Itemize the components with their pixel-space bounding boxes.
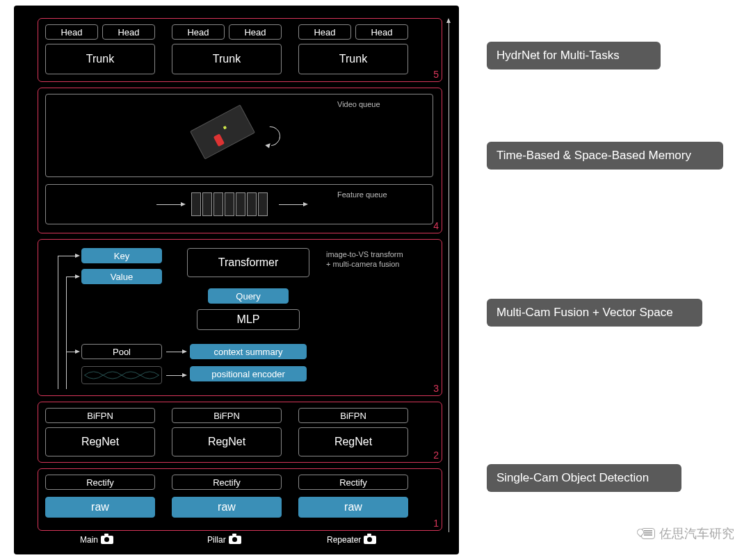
arrow-icon bbox=[279, 204, 304, 205]
camera-name: Main bbox=[80, 535, 98, 545]
arrow-icon bbox=[58, 256, 76, 256]
regnet-box: RegNet bbox=[172, 427, 282, 456]
stage-number: 2 bbox=[433, 450, 439, 461]
stage3-caption: image-to-VS transform + multi-camera fus… bbox=[326, 249, 430, 270]
watermark: 佐思汽车研究 bbox=[641, 525, 734, 542]
car-icon bbox=[213, 133, 225, 147]
stage-number: 1 bbox=[433, 518, 439, 529]
transformer-box: Transformer bbox=[187, 248, 309, 277]
bifpn-box: BiFPN bbox=[172, 408, 282, 423]
trunk-box: Trunk bbox=[45, 44, 155, 74]
context-summary-box: context summary bbox=[190, 344, 307, 359]
label-hydrnet: HydrNet for Multi-Tasks bbox=[487, 42, 661, 69]
camera-label-repeater: Repeater bbox=[327, 535, 376, 545]
stage-2: 2 BiFPN RegNet BiFPN RegNet BiFPN RegNet bbox=[38, 402, 442, 463]
value-box: Value bbox=[81, 269, 162, 284]
rectify-box: Rectify bbox=[298, 475, 408, 490]
rectify-box: Rectify bbox=[172, 475, 282, 490]
mlp-box: MLP bbox=[197, 309, 300, 330]
head-box: Head bbox=[298, 24, 351, 40]
connector bbox=[66, 277, 67, 389]
head-box: Head bbox=[102, 24, 155, 40]
arrow-icon bbox=[156, 204, 181, 205]
camera-label-main: Main bbox=[80, 535, 113, 545]
trunk-box: Trunk bbox=[172, 44, 282, 74]
head-box: Head bbox=[45, 24, 98, 40]
rectify-box: Rectify bbox=[45, 475, 155, 490]
watermark-text: 佐思汽车研究 bbox=[659, 525, 734, 542]
regnet-box: RegNet bbox=[298, 427, 408, 456]
pool-box: Pool bbox=[81, 344, 162, 359]
stage-5: 5 Head Head Trunk Head Head Trunk Head H… bbox=[38, 18, 442, 82]
raw-box: raw bbox=[172, 497, 282, 518]
arrow-icon bbox=[66, 352, 76, 352]
stage-number: 4 bbox=[433, 220, 439, 231]
camera-icon bbox=[229, 536, 241, 544]
bifpn-box: BiFPN bbox=[298, 408, 408, 423]
feature-queue-label: Feature queue bbox=[337, 190, 387, 199]
query-box: Query bbox=[208, 288, 289, 304]
head-box: Head bbox=[229, 24, 282, 40]
camera-name: Repeater bbox=[327, 535, 361, 545]
architecture-diagram: 5 Head Head Trunk Head Head Trunk Head H… bbox=[14, 6, 459, 554]
regnet-box: RegNet bbox=[45, 427, 155, 456]
queue-slots bbox=[191, 192, 268, 216]
wave-box bbox=[81, 366, 162, 384]
camera-name: Pillar bbox=[207, 535, 226, 545]
arrow-icon bbox=[66, 277, 76, 277]
camera-icon bbox=[101, 536, 113, 544]
camera-label-pillar: Pillar bbox=[207, 535, 241, 545]
key-box: Key bbox=[81, 248, 162, 263]
raw-box: raw bbox=[298, 497, 408, 518]
head-box: Head bbox=[355, 24, 408, 40]
positional-encoder-box: positional encoder bbox=[190, 366, 307, 381]
label-fusion: Multi-Cam Fusion + Vector Space bbox=[487, 299, 702, 327]
arrow-icon bbox=[166, 375, 183, 376]
stage-1: 1 Rectify raw Rectify raw Rectify raw bbox=[38, 468, 442, 531]
stage-3: 3 Key Value Pool Transformer Query MLP c… bbox=[38, 239, 442, 396]
arrow-icon bbox=[166, 352, 183, 352]
flow-arrow-up bbox=[449, 22, 449, 532]
stage-number: 5 bbox=[433, 69, 439, 80]
stage-4: 4 Video queue Feature queue bbox=[38, 88, 442, 233]
wechat-icon bbox=[641, 528, 655, 539]
raw-box: raw bbox=[45, 497, 155, 518]
video-queue-label: Video queue bbox=[337, 99, 380, 109]
head-box: Head bbox=[172, 24, 225, 40]
label-singlecam: Single-Cam Object Detection bbox=[487, 464, 681, 492]
bifpn-box: BiFPN bbox=[45, 408, 155, 423]
connector bbox=[58, 256, 58, 389]
label-memory: Time-Based & Space-Based Memory bbox=[487, 142, 723, 170]
trunk-box: Trunk bbox=[298, 44, 408, 74]
stage-number: 3 bbox=[433, 383, 439, 394]
camera-icon bbox=[364, 536, 376, 544]
